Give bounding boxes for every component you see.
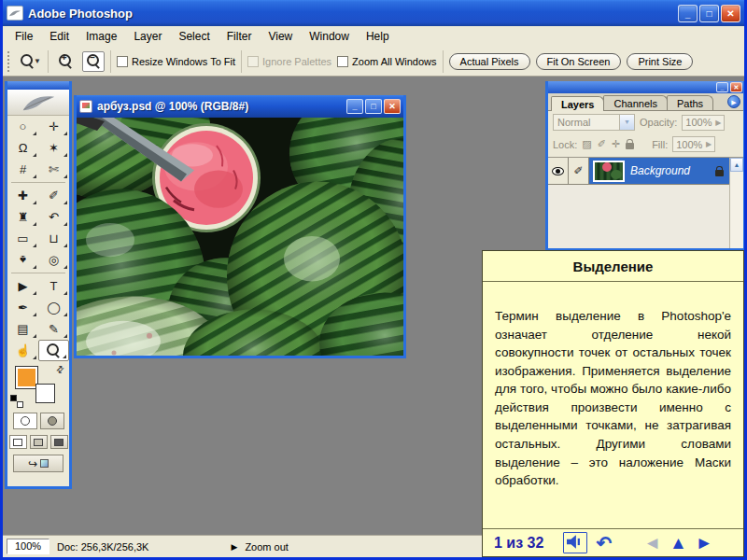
zoom-in-icon: + [59, 54, 73, 68]
feather-icon [18, 93, 59, 112]
lock-paint-icon[interactable]: ✐ [598, 138, 606, 150]
dodge-tool[interactable]: ◎ [38, 249, 69, 271]
next-page-icon[interactable]: ► [696, 534, 713, 553]
print-size-button[interactable]: Print Size [627, 53, 693, 70]
options-grip[interactable] [7, 51, 12, 72]
checkbox-icon[interactable] [117, 56, 128, 67]
path-selection-tool[interactable]: ▶ [7, 275, 38, 297]
history-brush-tool[interactable]: ↶ [38, 206, 69, 228]
document-canvas[interactable] [77, 118, 403, 356]
palette-close-icon[interactable]: ✕ [730, 82, 742, 92]
blend-opacity-row: Normal ▼ Opacity: 100% ▶ [548, 111, 743, 133]
menu-help[interactable]: Help [358, 28, 398, 45]
spinner-arrow-icon[interactable]: ▶ [715, 119, 721, 127]
visibility-cell[interactable] [548, 158, 569, 184]
standard-mode-button[interactable] [13, 413, 37, 429]
layer-thumbnail[interactable] [593, 161, 625, 182]
sound-button[interactable] [563, 532, 587, 553]
hand-tool[interactable]: ☝ [7, 340, 38, 361]
blend-mode-select[interactable]: Normal ▼ [553, 114, 635, 131]
menu-layer[interactable]: Layer [125, 28, 170, 45]
background-color-swatch[interactable] [35, 384, 55, 403]
menu-image[interactable]: Image [78, 28, 125, 45]
fit-on-screen-button[interactable]: Fit On Screen [536, 53, 622, 70]
menu-window[interactable]: Window [301, 28, 358, 45]
palette-minimize-icon[interactable]: _ [716, 82, 728, 92]
zoom-out-icon: − [87, 54, 101, 68]
tab-channels[interactable]: Channels [603, 95, 667, 110]
fullscreen-menubar-button[interactable] [30, 435, 48, 449]
magic-wand-tool[interactable]: ✶ [38, 137, 69, 159]
status-menu-arrow-icon[interactable]: ▶ [231, 542, 237, 552]
zoom-out-button[interactable]: − [82, 51, 105, 72]
checkbox-icon[interactable] [337, 56, 348, 67]
hand-icon: ☝ [15, 343, 30, 357]
healing-brush-tool[interactable]: ✚ [7, 185, 38, 206]
speaker-icon [567, 535, 584, 549]
layers-scrollbar[interactable]: ▲ [729, 158, 743, 248]
fill-field[interactable]: 100% ▶ [672, 136, 715, 152]
slice-tool[interactable]: ✄ [38, 159, 69, 180]
standard-screen-button[interactable] [9, 435, 27, 449]
opacity-field[interactable]: 100% ▶ [682, 115, 725, 131]
toolbox-drag-bar[interactable] [7, 81, 69, 90]
notes-tool[interactable]: ▤ [7, 318, 38, 340]
clone-stamp-tool[interactable]: ♜ [7, 206, 38, 228]
blur-tool[interactable]: ♠ [7, 249, 38, 271]
zoom-all-windows-checkbox[interactable]: Zoom All Windows [337, 56, 436, 67]
divider [11, 182, 65, 183]
tab-paths[interactable]: Paths [667, 95, 713, 110]
move-tool[interactable]: ✛ [38, 116, 69, 137]
close-icon[interactable]: ✕ [721, 5, 740, 22]
elliptical-marquee-tool[interactable]: ○ [7, 116, 38, 137]
doc-minimize-icon[interactable]: _ [346, 99, 363, 114]
type-tool[interactable]: T [38, 275, 69, 297]
psd-file-icon [79, 100, 92, 113]
menu-up-icon[interactable]: ▲ [669, 534, 687, 553]
crop-tool[interactable]: # [7, 159, 38, 180]
tab-layers[interactable]: Layers [551, 96, 604, 111]
menu-select[interactable]: Select [170, 28, 218, 45]
shape-tool[interactable]: ◯ [38, 297, 69, 318]
doc-maximize-icon[interactable]: □ [365, 99, 382, 114]
pen-tool[interactable]: ✒ [7, 297, 38, 318]
layer-row-background[interactable]: ✐ Background [548, 158, 729, 185]
zoom-tool-preset-button[interactable]: ▼ [20, 51, 42, 72]
lock-all-icon[interactable] [626, 143, 634, 149]
lock-transparency-icon[interactable]: ▨ [582, 138, 591, 150]
default-colors-icon[interactable] [10, 395, 21, 406]
resize-windows-checkbox[interactable]: Resize Windows To Fit [117, 56, 235, 67]
paint-bucket-tool[interactable]: ⊔ [38, 228, 69, 249]
tutorial-title: Выделение [483, 251, 743, 282]
minimize-icon[interactable]: _ [678, 5, 698, 22]
quick-mask-mode-button[interactable] [40, 413, 64, 429]
edit-in-imageready-button[interactable]: ↪ [13, 455, 63, 472]
pen-icon: ✒ [18, 301, 28, 315]
palette-menu-icon[interactable]: ▶ [727, 95, 740, 108]
palette-drag-bar[interactable]: _ ✕ [548, 81, 743, 93]
spinner-arrow-icon[interactable]: ▶ [706, 140, 712, 148]
doc-close-icon[interactable]: ✕ [384, 99, 401, 114]
brush-tool[interactable]: ✐ [38, 185, 69, 206]
scroll-up-icon[interactable]: ▲ [730, 158, 743, 172]
fullscreen-button[interactable] [50, 435, 68, 449]
menu-filter[interactable]: Filter [218, 28, 261, 45]
lock-position-icon[interactable]: ✛ [612, 138, 620, 150]
menu-file[interactable]: File [7, 28, 41, 45]
swap-colors-icon[interactable]: ⇄ [53, 363, 66, 376]
menu-edit[interactable]: Edit [41, 28, 78, 45]
eraser-tool[interactable]: ▭ [7, 228, 38, 249]
page-indicator: 1 из 32 [494, 535, 543, 552]
zoom-level-field[interactable]: 100% [7, 539, 49, 554]
lasso-tool[interactable]: Ω [7, 137, 38, 159]
zoom-tool[interactable] [38, 340, 69, 361]
maximize-icon[interactable]: □ [699, 5, 719, 22]
actual-pixels-button[interactable]: Actual Pixels [449, 53, 530, 70]
eyedropper-tool[interactable]: ✎ [38, 318, 69, 340]
document-title-bar[interactable]: арбуз.psd @ 100% (RGB/8#) _ □ ✕ [77, 95, 403, 118]
zoom-in-button[interactable]: + [54, 51, 77, 72]
divider [11, 273, 65, 273]
menu-view[interactable]: View [260, 28, 301, 45]
fill-value: 100% [676, 139, 702, 150]
replay-icon[interactable]: ↶ [596, 534, 612, 553]
